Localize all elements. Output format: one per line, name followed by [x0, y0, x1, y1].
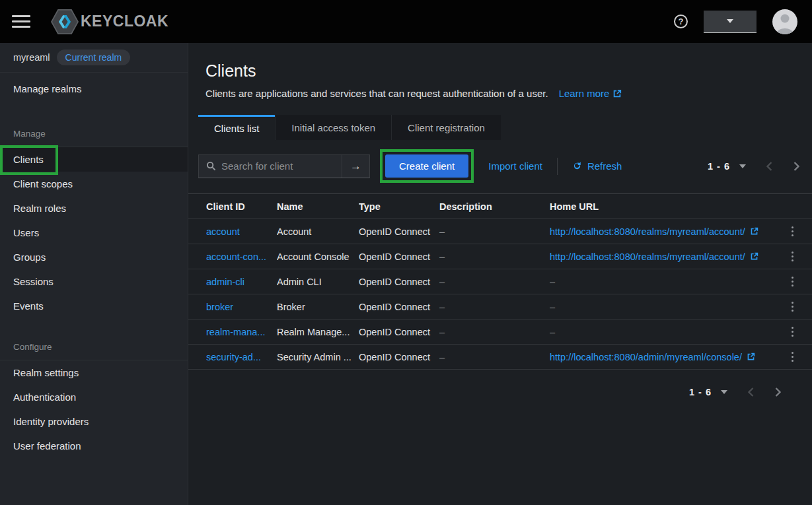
hamburger-menu-icon[interactable] [12, 15, 30, 28]
create-client-button[interactable]: Create client [385, 154, 468, 178]
brand-wordmark: KEYCLOAK [81, 13, 168, 30]
chevron-down-icon [727, 19, 733, 23]
sidebar-section-manage: Manage [0, 129, 188, 147]
table-row: broker Broker OpenID Connect – – [188, 294, 812, 320]
client-type: OpenID Connect [359, 352, 439, 362]
tab-client-registration[interactable]: Client registration [391, 115, 501, 140]
kebab-menu-button[interactable] [788, 223, 797, 240]
keycloak-logo[interactable]: KEYCLOAK [50, 9, 168, 35]
sidebar-item-realm-settings[interactable]: Realm settings [0, 360, 188, 385]
client-name: Account Console [277, 252, 359, 262]
page-title: Clients [205, 61, 795, 81]
help-icon[interactable]: ? [674, 15, 688, 28]
next-page-button[interactable] [793, 162, 800, 171]
clients-table: Client ID Name Type Description Home URL… [188, 193, 812, 370]
kebab-menu-button[interactable] [788, 323, 797, 340]
home-url-link[interactable]: http://localhost:8080/realms/myreaml/acc… [550, 226, 745, 237]
page-header: Clients Clients are applications and ser… [188, 43, 812, 99]
sidebar-item-realm-roles[interactable]: Realm roles [0, 196, 188, 220]
kebab-menu-button[interactable] [788, 349, 797, 365]
home-url-link[interactable]: http://localhost:8080/realms/myreaml/acc… [550, 252, 745, 262]
sidebar: myreaml Current realm Manage realms Mana… [0, 43, 188, 505]
client-description: – [439, 302, 550, 312]
chevron-left-icon [766, 162, 773, 171]
external-link-icon [750, 252, 758, 261]
client-type: OpenID Connect [359, 226, 439, 237]
keycloak-hexagon-icon [50, 9, 79, 35]
kebab-menu-button[interactable] [788, 298, 797, 315]
chevron-right-icon [774, 387, 782, 397]
pagination-menu-toggle[interactable] [721, 390, 727, 394]
sidebar-item-manage-realms[interactable]: Manage realms [0, 73, 188, 105]
client-id-link[interactable]: admin-cli [206, 277, 244, 287]
kebab-menu-button[interactable] [788, 273, 797, 290]
client-id-link[interactable]: security-ad... [206, 352, 261, 362]
client-name: Security Admin ... [277, 352, 359, 362]
sidebar-item-label: Clients [13, 154, 44, 165]
sidebar-section-configure: Configure [0, 342, 188, 360]
search-input[interactable] [221, 155, 342, 178]
chevron-right-icon [793, 162, 800, 171]
search-submit-button[interactable]: → [342, 155, 369, 178]
table-row: realm-mana... Realm Manage... OpenID Con… [188, 320, 812, 345]
prev-page-button[interactable] [747, 387, 755, 397]
client-home-url: – [550, 277, 772, 287]
column-header-client-id: Client ID [206, 201, 277, 212]
client-name: Realm Manage... [277, 327, 359, 337]
column-header-home-url: Home URL [550, 201, 772, 212]
search-icon [199, 155, 221, 178]
kebab-menu-button[interactable] [788, 248, 797, 265]
import-client-link[interactable]: Import client [488, 160, 542, 172]
client-id-link[interactable]: account [206, 226, 240, 237]
annotation-highlight-box: Create client [380, 149, 474, 183]
avatar[interactable] [772, 9, 797, 34]
sidebar-item-sessions[interactable]: Sessions [0, 269, 188, 294]
client-type: OpenID Connect [359, 327, 439, 337]
user-dropdown[interactable] [704, 11, 757, 33]
tab-initial-access-token[interactable]: Initial access token [275, 115, 391, 140]
pagination-bottom: 1 - 6 [689, 387, 782, 397]
client-name: Broker [277, 302, 359, 312]
search-group: → [198, 154, 370, 178]
client-id-link[interactable]: realm-mana... [206, 327, 265, 337]
refresh-button[interactable]: Refresh [572, 160, 622, 172]
client-id-link[interactable]: account-con... [206, 252, 266, 262]
client-description: – [439, 327, 550, 337]
pagination-menu-toggle[interactable] [739, 164, 746, 168]
client-id-link[interactable]: broker [206, 302, 233, 312]
client-description: – [439, 226, 550, 237]
pagination-range: 1 - 6 [689, 387, 712, 397]
prev-page-button[interactable] [766, 162, 773, 171]
sidebar-item-clients[interactable]: Clients [0, 147, 188, 172]
tab-clients-list[interactable]: Clients list [198, 115, 275, 140]
learn-more-link[interactable]: Learn more [559, 88, 622, 99]
next-page-button[interactable] [774, 387, 782, 397]
sidebar-item-users[interactable]: Users [0, 220, 188, 245]
realm-selector[interactable]: myreaml Current realm [0, 43, 188, 73]
client-type: OpenID Connect [359, 302, 439, 312]
table-row: account Account OpenID Connect – http://… [188, 219, 812, 244]
table-row: admin-cli Admin CLI OpenID Connect – – [188, 269, 812, 294]
client-description: – [439, 352, 550, 362]
current-realm-badge: Current realm [57, 50, 131, 65]
refresh-label: Refresh [587, 160, 622, 172]
client-home-url: – [550, 327, 772, 337]
home-url-link[interactable]: http://localhost:8080/admin/myreaml/cons… [550, 352, 742, 362]
toolbar-divider [557, 158, 558, 175]
client-type: OpenID Connect [359, 277, 439, 287]
sidebar-item-user-federation[interactable]: User federation [0, 434, 188, 458]
sidebar-item-groups[interactable]: Groups [0, 245, 188, 269]
column-header-description: Description [439, 201, 550, 212]
sidebar-item-client-scopes[interactable]: Client scopes [0, 172, 188, 196]
refresh-icon [572, 161, 582, 171]
sidebar-item-events[interactable]: Events [0, 294, 188, 318]
external-link-icon [612, 89, 622, 98]
main-content: Clients Clients are applications and ser… [188, 43, 812, 505]
client-description: – [439, 277, 550, 287]
column-header-name: Name [277, 201, 359, 212]
sidebar-item-identity-providers[interactable]: Identity providers [0, 409, 188, 434]
external-link-icon [747, 353, 755, 361]
toolbar: → Create client Import client Refresh 1 … [188, 140, 812, 193]
pagination-top: 1 - 6 [708, 161, 800, 172]
sidebar-item-authentication[interactable]: Authentication [0, 385, 188, 409]
